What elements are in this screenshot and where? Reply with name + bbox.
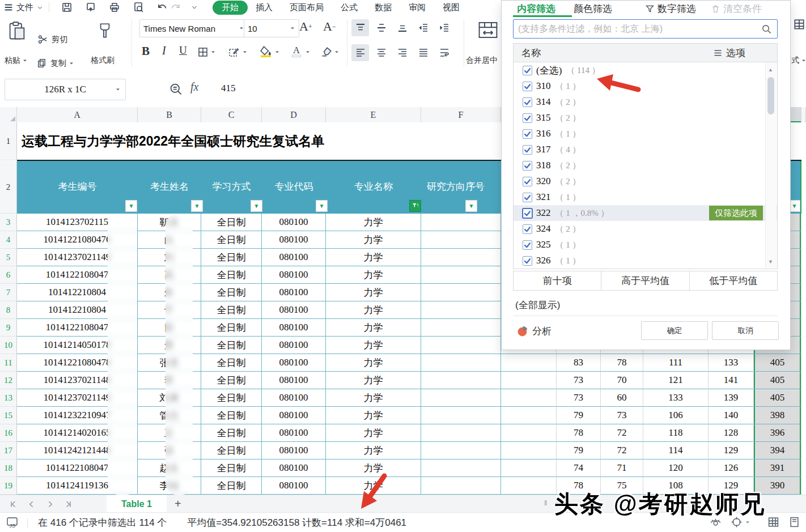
cell[interactable]: 080100 <box>262 477 326 495</box>
fill-color-caret-icon[interactable] <box>274 49 280 55</box>
cell[interactable] <box>801 214 806 231</box>
cell[interactable]: 力学 <box>326 389 421 407</box>
cell[interactable] <box>801 372 806 389</box>
only-filter-this-badge[interactable]: 仅筛选此项 <box>709 206 763 220</box>
cell[interactable] <box>801 424 806 442</box>
select-all-corner[interactable] <box>0 107 17 122</box>
cell[interactable]: 080100 <box>262 266 326 284</box>
cell[interactable]: 126 <box>709 459 754 477</box>
align-top-button[interactable] <box>351 19 369 36</box>
tab-start[interactable]: 开始 <box>213 1 248 15</box>
row-header-2[interactable]: 2 <box>0 161 17 214</box>
filter-item-315[interactable]: 315（ 2 ） <box>514 110 777 126</box>
cell[interactable]: 79 <box>557 407 601 424</box>
filter-dropdown-button-2[interactable]: ▼ <box>251 200 262 212</box>
paste-button[interactable]: 粘贴 <box>5 56 28 66</box>
col-header-D[interactable]: D <box>262 107 326 122</box>
show-all-link[interactable]: (全部显示) <box>515 299 560 312</box>
format-painter-icon[interactable] <box>95 18 114 44</box>
row-header-8[interactable]: 8 <box>0 301 17 319</box>
cell[interactable]: 力学 <box>326 372 421 389</box>
table-header-4[interactable]: 专业名称 <box>326 161 421 214</box>
cell[interactable]: 133 <box>643 389 709 407</box>
cell[interactable]: 力学 <box>326 477 421 495</box>
print-preview-icon[interactable] <box>133 2 144 13</box>
col-header-F[interactable]: F <box>421 107 501 122</box>
ok-button[interactable]: 确定 <box>641 321 708 340</box>
cell[interactable] <box>801 337 806 354</box>
draw-border-icon[interactable] <box>228 46 239 58</box>
cell[interactable] <box>801 231 806 249</box>
row-header-13[interactable]: 13 <box>0 389 17 407</box>
borders-icon[interactable] <box>197 46 209 58</box>
align-right-button[interactable] <box>393 44 411 61</box>
cell[interactable] <box>501 372 557 389</box>
cell[interactable]: 106 <box>643 407 709 424</box>
cell[interactable]: 全日制 <box>201 354 262 372</box>
name-box[interactable]: 126R x 1C <box>5 79 126 100</box>
cell[interactable]: 080100 <box>262 249 326 266</box>
row-header-4[interactable]: 4 <box>0 231 17 249</box>
filter-item-317[interactable]: 317（ 4 ） <box>514 142 777 158</box>
cell[interactable]: 全日制 <box>201 389 262 407</box>
menu-tab-3[interactable]: 数据 <box>375 2 392 13</box>
copy-button[interactable]: 复制 <box>36 58 74 69</box>
cell[interactable]: 力学 <box>326 301 421 319</box>
tab-content-filter[interactable]: 内容筛选 <box>517 2 555 15</box>
add-sheet-button[interactable]: + <box>175 497 181 510</box>
cell[interactable]: 全日制 <box>201 266 262 284</box>
selected-column-cell[interactable]: 398 <box>754 407 801 424</box>
view-caret-icon[interactable] <box>745 520 750 525</box>
filter-dropdown-button-1[interactable]: ▼ <box>191 200 203 212</box>
cell[interactable]: 全日制 <box>201 442 262 459</box>
selected-column-cell[interactable]: 394 <box>754 442 801 459</box>
cell[interactable]: 力学 <box>326 249 421 266</box>
checkbox-checked-icon[interactable] <box>523 66 532 75</box>
cell[interactable]: 78 <box>557 424 601 442</box>
cell[interactable]: 74 <box>557 459 601 477</box>
cell[interactable]: 133 <box>709 354 754 372</box>
tab-number-filter[interactable]: 数字筛选 <box>645 2 696 15</box>
top-ten-button[interactable]: 前十项 <box>513 271 601 291</box>
cell[interactable] <box>421 424 501 442</box>
cell[interactable]: 118 <box>643 424 709 442</box>
cell[interactable] <box>501 477 557 495</box>
filter-item-全选[interactable]: (全选)（ 114 ） <box>514 62 777 78</box>
cell[interactable]: 力学 <box>326 354 421 372</box>
cell[interactable]: 70 <box>601 372 643 389</box>
checkbox-checked-icon[interactable] <box>523 129 532 139</box>
above-average-button[interactable]: 高于平均值 <box>601 271 689 291</box>
filter-item-321[interactable]: 321（ 1 ） <box>514 189 777 205</box>
col-header-A[interactable]: A <box>17 107 138 122</box>
cell[interactable] <box>421 301 501 319</box>
cell[interactable]: 78 <box>601 354 643 372</box>
cell[interactable]: 73 <box>557 372 601 389</box>
cell[interactable]: 72 <box>601 424 643 442</box>
checkbox-checked-icon[interactable] <box>523 161 532 171</box>
row-header-12[interactable]: 12 <box>0 372 17 389</box>
cell[interactable]: 080100 <box>262 214 326 231</box>
cell[interactable]: 全日制 <box>201 301 262 319</box>
cell[interactable]: 139 <box>709 389 754 407</box>
cell[interactable] <box>421 214 501 231</box>
checkbox-checked-icon[interactable] <box>523 193 532 202</box>
bold-button[interactable]: B <box>142 44 150 58</box>
row-header-18[interactable]: 18 <box>0 459 17 477</box>
filter-search-box[interactable] <box>513 19 778 39</box>
below-average-button[interactable]: 低于平均值 <box>690 271 778 291</box>
table-header-5[interactable]: 研究方向序号 <box>421 161 501 214</box>
cell[interactable] <box>501 407 557 424</box>
cell[interactable] <box>801 407 806 424</box>
search-equals-icon[interactable] <box>169 82 183 96</box>
cell[interactable]: 全日制 <box>201 319 262 337</box>
row-header-16[interactable]: 16 <box>0 424 17 442</box>
cell[interactable] <box>421 284 501 301</box>
search-icon[interactable] <box>761 24 772 35</box>
checkbox-checked-icon[interactable] <box>523 82 532 91</box>
clear-format-icon[interactable] <box>320 45 332 58</box>
scrollbar-thumb[interactable] <box>767 77 774 114</box>
cell[interactable]: 力学 <box>326 319 421 337</box>
draw-border-caret-icon[interactable] <box>242 49 248 55</box>
align-center-button[interactable] <box>372 44 390 61</box>
row-header-10[interactable]: 10 <box>0 337 17 354</box>
